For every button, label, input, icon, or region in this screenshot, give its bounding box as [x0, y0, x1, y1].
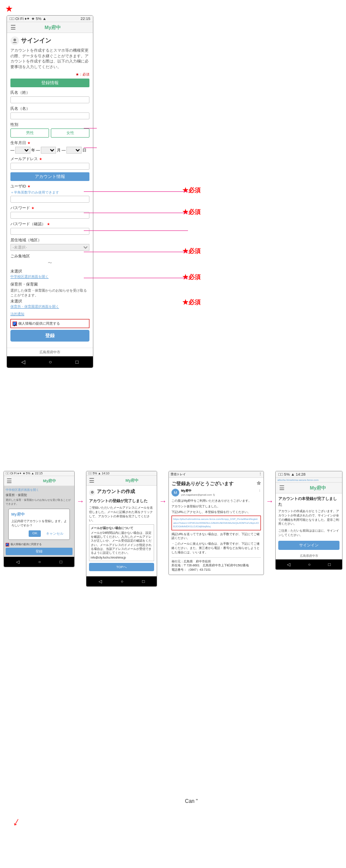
school-section: 未選択 中学校区選択画面を開く: [10, 269, 89, 279]
intro-text: アカウントを作成するとスマホ等の機種変更の際、データを引き継ぐことができます。ア…: [10, 48, 89, 69]
back-btn-final[interactable]: ◁: [287, 562, 290, 567]
acct-subtitle: アカウントの登録が完了しました: [89, 498, 154, 504]
privacy-check-dialog[interactable]: ✓: [6, 543, 9, 546]
privacy-checkbox[interactable]: ✓: [13, 322, 17, 326]
confirmation-dialog: My府中 上記内容でアカウントを登録し ます。よろしいですか？ OK キャンセル: [8, 509, 70, 540]
acct-creation-content: ⚙ アカウントの作成 アカウントの登録が完了しました ご登録いただいたメールアド…: [86, 486, 157, 574]
final-phone: □□ 5% ▲ 14:28 aifuchu.hiroshima.secure.f…: [275, 471, 343, 570]
top-button[interactable]: TOPへ: [89, 563, 154, 571]
nursery-section: 保育所・保育園 選択した保育・保育園からのお知らせを受け取ることができます。 未…: [10, 282, 89, 309]
status-bar-1: □□ Oi Fi ♦✦ ★ 5% ▲ 22:15: [7, 16, 93, 22]
school-link[interactable]: 中学校区選択画面を開く: [10, 274, 89, 279]
school-link-dialog[interactable]: 中学校区選択画面を開く: [6, 488, 72, 492]
privacy-label: 個人情報の提供に同意する: [18, 321, 60, 326]
trash-label: ごみ集地区: [10, 253, 89, 259]
registration-info-header: 登録情報: [10, 79, 89, 87]
email-status-text: 受信トレイ: [171, 472, 186, 477]
svg-point-0: [13, 39, 16, 41]
year-label: 年: [31, 148, 35, 153]
dob-row: — 年 — 月 — 日: [10, 147, 89, 154]
ok-button[interactable]: OK: [29, 530, 41, 537]
recent-btn-acct[interactable]: □: [142, 579, 145, 584]
password-input[interactable]: [10, 212, 89, 219]
title-dialog: My府中: [43, 478, 56, 484]
home-button[interactable]: ○: [49, 359, 52, 365]
red-arrow-icon: ↑: [10, 815, 22, 831]
acct-note-box: メールが届かない場合について メールが24時間以内に届かない場合は、設定を確認し…: [89, 524, 154, 561]
recent-btn-dialog[interactable]: □: [59, 559, 62, 564]
last-name-label: 氏名（姓）: [10, 90, 89, 95]
arrow-1: →: [76, 471, 84, 506]
account-info-header: アカウント情報: [10, 172, 89, 181]
email-field: メールアドレス ★: [10, 156, 89, 170]
required-userid-label: ★必須: [182, 247, 201, 255]
connector-line-name: [84, 128, 97, 128]
title-acct: My府中: [125, 478, 139, 483]
hamburger-icon[interactable]: ☰: [10, 24, 16, 31]
acct-icon: ⚙: [89, 490, 95, 496]
final-text: アカウントの作成ありがとうございます。アカウントが作成されたので、サインインが全…: [278, 509, 339, 526]
day-select[interactable]: [66, 147, 82, 154]
first-name-input[interactable]: [10, 112, 89, 119]
back-button[interactable]: ◁: [21, 359, 25, 365]
email-body-1: この度はMy府中をご利用いただきありがとうございます。: [171, 499, 261, 503]
male-button[interactable]: 男性: [10, 128, 49, 138]
password-confirm-field: パスワード（確認） ★: [10, 221, 89, 235]
cancel-button[interactable]: キャンセル: [43, 530, 67, 537]
privacy-label-dialog: 個人情報の提供に同意する: [10, 542, 42, 546]
signin-button[interactable]: サインイン: [278, 541, 339, 550]
email-body: この度はMy府中をご利用いただきありがとうございます。 アカウント仮登録が完了し…: [171, 499, 261, 572]
region-select[interactable]: -未選択-: [10, 244, 89, 251]
site-url-bar: aifuchu.hiroshima.secure.force.com: [276, 478, 342, 483]
password-field: パスワード ★: [10, 205, 89, 219]
last-name-input[interactable]: [10, 96, 89, 103]
month-select[interactable]: [41, 147, 56, 154]
hamburger-final[interactable]: ☰: [279, 484, 285, 491]
year-select[interactable]: [15, 147, 30, 154]
privacy-row-dialog: ✓ 個人情報の提供に同意する: [6, 542, 72, 546]
status-bar-final: □□ 5% ▲ 14:28: [276, 471, 342, 478]
first-name-label: 氏名（名）: [10, 106, 89, 112]
gender-field: 性別 男性 女性: [10, 122, 89, 138]
home-btn-acct[interactable]: ○: [121, 579, 123, 584]
user-id-input[interactable]: [10, 196, 89, 203]
register-btn-dialog[interactable]: 登録: [6, 548, 72, 555]
home-btn-dialog[interactable]: ○: [38, 559, 41, 564]
status-text-dialog: □□ Oi Fi ♦✦ ★ 5% ▲ 22:15: [6, 472, 43, 475]
connector-line-userid: [84, 230, 188, 231]
email-more-icon[interactable]: ⋮: [258, 489, 261, 492]
back-btn-acct[interactable]: ◁: [99, 579, 102, 584]
email-input[interactable]: [10, 163, 89, 170]
nursery-link[interactable]: 保育所・保育園選択画面を開く: [10, 304, 89, 309]
password-confirm-required: ★: [47, 222, 50, 226]
hamburger-acct[interactable]: ☰: [89, 477, 95, 484]
hamburger-dialog[interactable]: ☰: [7, 477, 12, 484]
school-unselected: 未選択: [10, 269, 89, 274]
connector-line-gender: [84, 148, 97, 148]
status-bar-acct: □□ 5% ▲ 14:10: [86, 471, 157, 476]
email-url-box[interactable]: https://pfuchuhiroshima.secure.force.com…: [171, 516, 261, 530]
required-password-label: ★必須: [182, 273, 201, 281]
recent-btn-final[interactable]: □: [328, 562, 331, 567]
legal-link[interactable]: 法的通知: [10, 312, 89, 316]
phone-account-created: □□ 5% ▲ 14:10 ☰ My府中 ⚙ アカウントの作成 アカウントの登録…: [86, 471, 157, 587]
trash-section: ごみ集地区 〜: [10, 253, 89, 266]
nursery-text-dialog: 選択した保育・保育園からのお知らせを受け取ることができます。: [6, 498, 72, 506]
dialog-text: 上記内容でアカウントを登録し ます。よろしいですか？: [11, 519, 67, 528]
password-confirm-input[interactable]: [10, 228, 89, 235]
email-sender-info: My府中 yuh.nagakane@gmail.com を: [181, 489, 215, 497]
privacy-row[interactable]: ✓ 個人情報の提供に同意する: [10, 319, 89, 328]
email-body-4: 掲記URLを送ってできない場合は、お手数ですが、下記にてご確認ください。: [171, 532, 261, 541]
back-btn-dialog[interactable]: ◁: [16, 559, 20, 564]
dialog-buttons: OK キャンセル: [11, 530, 67, 537]
android-nav-acct: ◁ ○ □: [86, 576, 157, 586]
required-note: ★：必須: [10, 72, 89, 77]
connector-line-email: [84, 213, 188, 213]
nav-bar-final: ☰ My府中: [276, 483, 342, 493]
note-title: メールが届かない場合について: [91, 526, 152, 530]
register-button[interactable]: 登録: [10, 330, 89, 342]
recent-button[interactable]: □: [76, 359, 79, 365]
female-button[interactable]: 女性: [51, 128, 89, 138]
sign-in-icon: [10, 36, 19, 45]
home-btn-final[interactable]: ○: [308, 562, 310, 567]
